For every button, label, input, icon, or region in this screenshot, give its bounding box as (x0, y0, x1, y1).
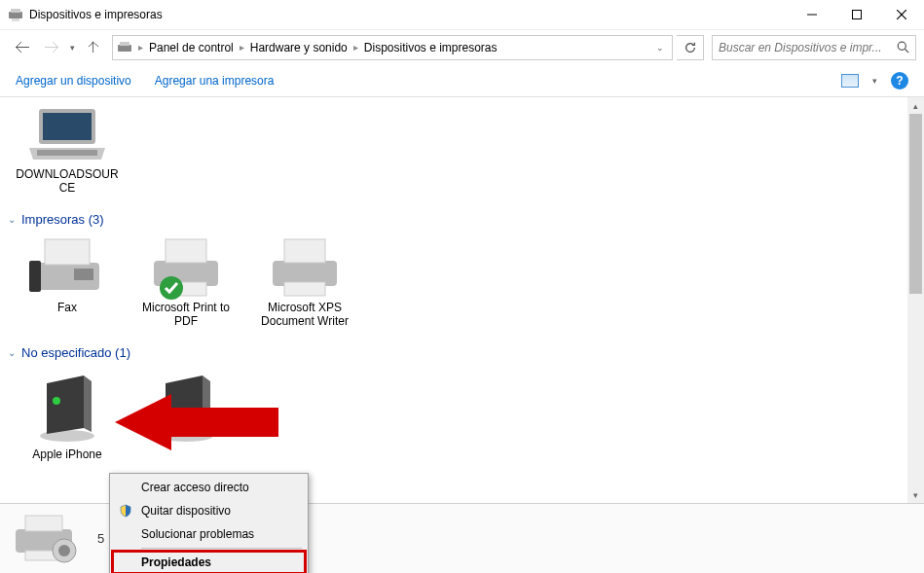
svg-rect-13 (37, 150, 97, 156)
search-icon[interactable] (897, 41, 909, 54)
group-title: Impresoras (3) (21, 212, 104, 227)
laptop-icon (20, 103, 114, 165)
menu-label: Crear acceso directo (141, 481, 249, 494)
chevron-right-icon[interactable]: ▸ (238, 42, 246, 53)
device-item[interactable]: DOWNLOADSOURCE (8, 101, 127, 197)
group-header-unspecified[interactable]: ⌄ No especificado (1) (0, 341, 924, 364)
scroll-thumb[interactable] (909, 114, 922, 294)
svg-rect-8 (120, 42, 129, 46)
command-bar: Agregar un dispositivo Agregar una impre… (0, 64, 924, 97)
address-bar[interactable]: ▸ Panel de control ▸ Hardware y sonido ▸… (112, 35, 673, 60)
menu-troubleshoot[interactable]: Solucionar problemas (112, 522, 306, 546)
svg-rect-15 (45, 239, 90, 265)
details-icon (10, 512, 86, 566)
svg-point-33 (58, 545, 70, 556)
device-label: Apple iPhone (32, 448, 101, 461)
close-button[interactable] (879, 0, 924, 29)
chevron-right-icon[interactable]: ▸ (351, 42, 360, 53)
printer-label: Microsoft Print to PDF (132, 301, 240, 328)
chevron-down-icon: ⌄ (8, 347, 16, 358)
menu-separator (141, 548, 302, 549)
device-item[interactable]: Apple iPhone (8, 368, 127, 463)
svg-rect-4 (853, 11, 862, 19)
forward-button[interactable]: 🡢 (37, 33, 66, 62)
svg-rect-23 (284, 239, 325, 263)
scroll-up-button[interactable]: ▴ (907, 97, 924, 114)
svg-rect-24 (284, 282, 325, 296)
printer-item[interactable]: Microsoft XPS Document Writer (245, 234, 364, 330)
view-options-button[interactable] (841, 74, 859, 88)
menu-remove-device[interactable]: Quitar dispositivo (112, 499, 306, 522)
help-button[interactable]: ? (891, 72, 908, 90)
shield-icon (118, 503, 133, 519)
add-printer-button[interactable]: Agregar una impresora (155, 74, 275, 88)
svg-rect-7 (118, 45, 131, 52)
refresh-button[interactable] (677, 35, 704, 60)
svg-rect-17 (74, 269, 93, 280)
svg-point-26 (53, 397, 60, 405)
menu-label: Solucionar problemas (141, 527, 254, 541)
details-count: 5 (97, 531, 104, 546)
up-button[interactable]: 🡡 (79, 33, 108, 62)
location-icon (117, 40, 132, 55)
svg-rect-0 (9, 12, 22, 18)
generic-device-icon (20, 370, 114, 446)
group-header-printers[interactable]: ⌄ Impresoras (3) (0, 208, 924, 231)
svg-rect-30 (25, 516, 62, 531)
printer-label: Fax (57, 301, 77, 314)
search-input[interactable] (719, 41, 897, 54)
titlebar: Dispositivos e impresoras (0, 0, 924, 29)
scroll-down-button[interactable]: ▾ (907, 486, 924, 503)
window-title: Dispositivos e impresoras (29, 8, 790, 21)
svg-rect-16 (29, 261, 41, 292)
history-dropdown[interactable]: ▾ (66, 43, 79, 53)
breadcrumb[interactable]: Dispositivos e impresoras (360, 41, 501, 54)
window-controls (790, 0, 924, 29)
svg-point-9 (898, 42, 906, 50)
vertical-scrollbar[interactable]: ▴ ▾ (907, 97, 924, 503)
view-dropdown[interactable]: ▾ (869, 76, 881, 86)
menu-create-shortcut[interactable]: Crear acceso directo (112, 476, 306, 499)
svg-rect-12 (43, 113, 92, 140)
printer-label: Microsoft XPS Document Writer (251, 301, 358, 328)
svg-rect-2 (12, 18, 19, 21)
menu-label: Propiedades (141, 555, 211, 569)
chevron-down-icon: ⌄ (8, 214, 16, 225)
device-item[interactable] (127, 368, 245, 463)
unspecified-items: Apple iPhone (0, 364, 924, 475)
devices-printers-icon (8, 7, 23, 22)
group-title: No especificado (1) (21, 345, 130, 360)
svg-rect-1 (11, 9, 20, 13)
address-dropdown[interactable]: ⌄ (652, 43, 668, 53)
svg-rect-19 (166, 239, 206, 263)
device-items: DOWNLOADSOURCE (0, 97, 924, 208)
context-menu: Crear acceso directo Quitar dispositivo … (109, 473, 309, 573)
add-device-button[interactable]: Agregar un dispositivo (16, 74, 131, 88)
printer-items: Fax Microsoft Print to PDF (0, 231, 924, 341)
chevron-right-icon[interactable]: ▸ (136, 42, 145, 53)
breadcrumb[interactable]: Panel de control (145, 41, 238, 54)
search-box[interactable] (712, 35, 916, 60)
svg-line-10 (906, 50, 909, 54)
printer-item[interactable]: Microsoft Print to PDF (127, 234, 245, 330)
printer-icon (139, 236, 233, 299)
menu-label: Quitar dispositivo (141, 504, 231, 518)
menu-properties[interactable]: Propiedades (112, 551, 306, 573)
minimize-button[interactable] (790, 0, 834, 29)
device-label: DOWNLOADSOURCE (14, 167, 121, 195)
breadcrumb[interactable]: Hardware y sonido (246, 41, 351, 54)
back-button[interactable]: 🡠 (8, 33, 37, 62)
generic-device-icon (139, 370, 233, 446)
maximize-button[interactable] (834, 0, 879, 29)
navigation-bar: 🡠 🡢 ▾ 🡡 ▸ Panel de control ▸ Hardware y … (0, 29, 924, 64)
printer-icon (258, 236, 351, 299)
printer-item[interactable]: Fax (8, 234, 127, 330)
fax-icon (20, 236, 114, 299)
content-pane: DOWNLOADSOURCE ⌄ Impresoras (3) Fax (0, 97, 924, 503)
